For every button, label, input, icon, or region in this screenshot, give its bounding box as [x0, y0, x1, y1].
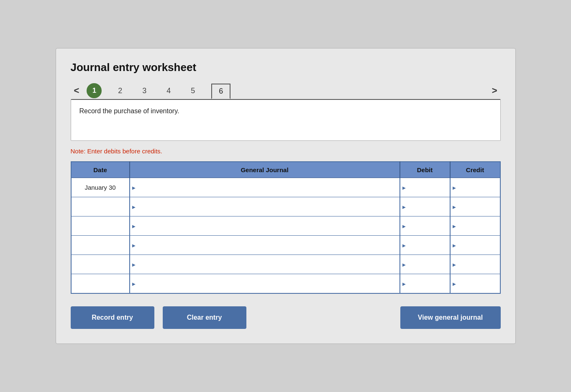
cell-journal-4[interactable]: ►: [130, 236, 400, 255]
credit-input-5[interactable]: [453, 261, 497, 268]
credit-arrow-2: ►: [452, 204, 457, 210]
clear-entry-button[interactable]: Clear entry: [163, 306, 246, 329]
view-general-journal-button[interactable]: View general journal: [400, 306, 501, 329]
cell-date-6: [71, 274, 130, 293]
credit-arrow-5: ►: [452, 261, 457, 267]
credit-input-3[interactable]: [453, 223, 497, 229]
debit-arrow-4: ►: [402, 242, 407, 248]
instruction-text: Record the purchase of inventory.: [79, 107, 179, 115]
header-credit: Credit: [450, 162, 500, 178]
arrow-icon-2: ►: [131, 204, 137, 210]
table-row: ► ► ►: [71, 255, 500, 274]
debit-arrow-2: ►: [402, 204, 407, 210]
debit-input-1[interactable]: [403, 184, 447, 191]
cell-date-2: [71, 197, 130, 216]
credit-arrow-4: ►: [452, 242, 457, 248]
debit-input-6[interactable]: [403, 280, 447, 287]
cell-journal-6[interactable]: ►: [130, 274, 400, 293]
cell-credit-6[interactable]: ►: [450, 274, 500, 293]
page-title: Journal entry worksheet: [71, 61, 501, 74]
arrow-icon-6: ►: [131, 280, 137, 287]
record-entry-button[interactable]: Record entry: [71, 306, 154, 329]
header-debit: Debit: [400, 162, 450, 178]
journal-table: Date General Journal Debit Credit Januar…: [71, 161, 501, 294]
cell-debit-5[interactable]: ►: [400, 255, 450, 274]
arrow-icon-3: ►: [131, 223, 137, 229]
cell-debit-4[interactable]: ►: [400, 236, 450, 255]
cell-debit-6[interactable]: ►: [400, 274, 450, 293]
credit-arrow-3: ►: [452, 223, 457, 229]
journal-input-4[interactable]: [133, 242, 397, 249]
instruction-box: Record the purchase of inventory.: [71, 99, 501, 141]
credit-input-6[interactable]: [453, 280, 497, 287]
table-row: ► ► ►: [71, 274, 500, 293]
table-row: ► ► ►: [71, 197, 500, 216]
tab-1[interactable]: 1: [87, 83, 102, 98]
credit-arrow-6: ►: [452, 280, 457, 287]
tab-navigation: < 1 2 3 4 5 6 >: [71, 83, 501, 98]
cell-journal-5[interactable]: ►: [130, 255, 400, 274]
cell-date-4: [71, 236, 130, 255]
journal-input-6[interactable]: [133, 280, 397, 287]
cell-debit-3[interactable]: ►: [400, 216, 450, 236]
arrow-icon-4: ►: [131, 242, 137, 248]
cell-date-5: [71, 255, 130, 274]
cell-date-1: January 30: [71, 178, 130, 197]
table-row: ► ► ►: [71, 216, 500, 236]
credit-arrow-1: ►: [452, 184, 457, 191]
tab-2[interactable]: 2: [114, 84, 126, 98]
note-text: Note: Enter debits before credits.: [71, 148, 501, 155]
credit-input-2[interactable]: [453, 204, 497, 210]
cell-journal-2[interactable]: ►: [130, 197, 400, 216]
next-arrow[interactable]: >: [489, 84, 501, 98]
credit-input-1[interactable]: [453, 184, 497, 191]
debit-input-5[interactable]: [403, 261, 447, 268]
cell-credit-4[interactable]: ►: [450, 236, 500, 255]
tab-4[interactable]: 4: [163, 84, 174, 98]
tab-3[interactable]: 3: [138, 84, 150, 98]
debit-input-4[interactable]: [403, 242, 447, 249]
debit-arrow-5: ►: [402, 261, 407, 267]
cell-debit-2[interactable]: ►: [400, 197, 450, 216]
credit-input-4[interactable]: [453, 242, 497, 249]
debit-input-3[interactable]: [403, 223, 447, 229]
tab-numbers-group: 1 2 3 4 5 6: [82, 83, 488, 98]
cell-date-3: [71, 216, 130, 236]
debit-input-2[interactable]: [403, 204, 447, 210]
journal-input-5[interactable]: [133, 261, 397, 268]
journal-input-2[interactable]: [133, 204, 397, 210]
table-row: January 30 ► ► ►: [71, 178, 500, 197]
buttons-row: Record entry Clear entry View general jo…: [71, 306, 501, 329]
debit-arrow-1: ►: [402, 184, 407, 191]
cell-journal-1[interactable]: ►: [130, 178, 400, 197]
table-row: ► ► ►: [71, 236, 500, 255]
prev-arrow[interactable]: <: [71, 84, 83, 98]
header-date: Date: [71, 162, 130, 178]
journal-input-1[interactable]: [133, 184, 397, 191]
arrow-icon-5: ►: [131, 261, 137, 267]
cell-credit-5[interactable]: ►: [450, 255, 500, 274]
cell-credit-1[interactable]: ►: [450, 178, 500, 197]
journal-input-3[interactable]: [133, 223, 397, 229]
tab-6[interactable]: 6: [211, 84, 230, 99]
cell-debit-1[interactable]: ►: [400, 178, 450, 197]
debit-arrow-6: ►: [402, 280, 407, 287]
debit-arrow-3: ►: [402, 223, 407, 229]
tab-5[interactable]: 5: [187, 84, 199, 98]
cell-credit-3[interactable]: ►: [450, 216, 500, 236]
worksheet-container: Journal entry worksheet < 1 2 3 4 5 6 > …: [56, 48, 516, 344]
arrow-icon-1: ►: [131, 184, 137, 191]
cell-credit-2[interactable]: ►: [450, 197, 500, 216]
header-journal: General Journal: [130, 162, 400, 178]
cell-journal-3[interactable]: ►: [130, 216, 400, 236]
